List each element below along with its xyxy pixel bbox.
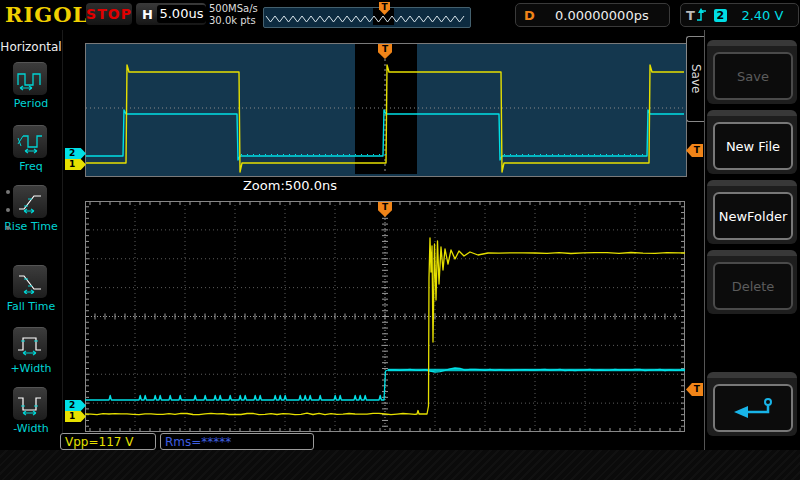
return-button[interactable] [713,384,793,432]
period-label: Period [0,97,62,110]
trigger-source-badge: 2 [714,9,727,22]
vpp-measurement: Vpp=117 V [60,433,156,450]
new-folder-button[interactable]: NewFolder [713,192,793,240]
save-button[interactable]: Save [713,52,793,100]
plus-width-label: +Width [0,362,62,375]
sample-rate: 500MSa/s [209,3,265,15]
run-state-badge[interactable]: STOP [86,3,132,25]
save-menu-tab[interactable]: Save [686,36,704,122]
delay-box[interactable]: D 0.00000000ps [515,3,670,27]
zoom-trigger-level-marker[interactable]: T [686,383,703,396]
delay-label: D [524,8,535,23]
trigger-label: T [686,8,695,23]
return-slab [707,372,797,436]
rigol-logo: RIGOL [5,2,88,27]
oscilloscope-screen: RIGOL STOP H 5.00us 500MSa/s 30.0k pts T… [0,0,800,480]
overview-trigger-level-marker[interactable]: T [686,144,703,157]
channel-status-bar: 1 2 3 4 20.0 V 5.00 V 500mV 40.0 V [0,450,800,480]
delete-slab: Delete [707,250,797,314]
zoom-traces [85,201,685,432]
memory-depth: 30.0k pts [209,15,265,27]
trigger-level-value: 2.40 V [727,8,798,23]
acquisition-info: 500MSa/s 30.0k pts [209,3,265,27]
rise-time-icon [15,190,45,214]
new-folder-slab: NewFolder [707,180,797,244]
zoom-scale-label: Zoom:500.0ns [160,178,420,193]
freq-button[interactable] [13,125,47,158]
zoom-waveform-window [85,201,685,432]
new-file-slab: New File [707,110,797,174]
zoom-ch2-tag[interactable]: 2 [65,400,86,411]
waveform-preview-bar[interactable] [263,7,471,28]
save-menu-panel: Save New File NewFolder Delete [704,30,800,450]
freq-label: Freq [0,160,62,173]
rms-measurement: Rms=***** [160,433,314,450]
overview-ch1-tag[interactable]: 1 [65,159,86,170]
timebase-value: 5.00us [157,5,206,23]
period-button[interactable] [13,62,47,95]
save-button-slab: Save [707,40,797,104]
preview-waveform [264,8,468,25]
minus-width-label: -Width [0,422,62,435]
minus-width-icon [15,392,45,416]
fall-time-label: Fall Time [0,300,62,313]
plus-width-icon [15,332,45,356]
header-bar: RIGOL STOP H 5.00us 500MSa/s 30.0k pts T… [0,0,800,30]
freq-icon [15,130,45,154]
overview-waveform-window [85,43,687,177]
rise-time-button[interactable] [13,185,47,218]
delete-button[interactable]: Delete [713,262,793,310]
horizontal-measure-menu: Horizontal Period Freq Rise Time [0,30,63,450]
new-file-button[interactable]: New File [713,122,793,170]
overview-traces [86,44,684,174]
left-menu-title: Horizontal [0,40,62,54]
trigger-status-box[interactable]: T 2 2.40 V [680,3,799,27]
timebase-label: H [142,7,153,22]
fall-time-button[interactable] [13,265,47,298]
minus-width-button[interactable] [13,387,47,420]
horizontal-timebase-box[interactable]: H 5.00us [136,3,206,25]
delay-value: 0.00000000ps [535,8,669,23]
save-menu-tab-label: Save [689,64,703,93]
fall-time-icon [15,270,45,294]
plus-width-button[interactable] [13,327,47,360]
overview-ch2-tag[interactable]: 2 [65,148,86,159]
zoom-ch1-tag[interactable]: 1 [65,411,86,422]
period-icon [15,67,45,91]
return-icon [726,395,780,421]
page-indicator-dots [6,190,11,244]
trigger-slope-icon [695,7,709,23]
